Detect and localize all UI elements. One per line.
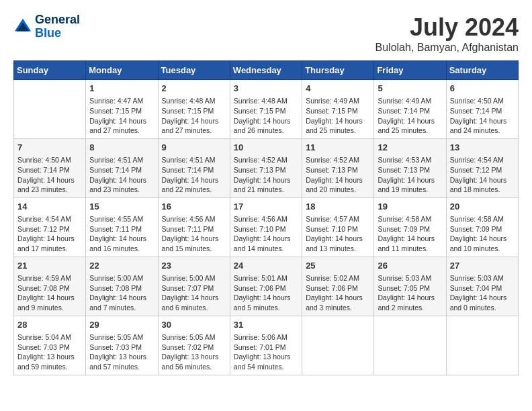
day-info: Sunrise: 4:57 AM xyxy=(306,214,370,224)
day-number: 23 xyxy=(162,260,226,272)
page-header: General Blue July 2024 Bulolah, Bamyan, … xyxy=(13,13,519,54)
day-info: Sunset: 7:08 PM xyxy=(17,283,82,293)
day-info: Daylight: 14 hours xyxy=(89,293,154,303)
calendar-cell: 1Sunrise: 4:47 AMSunset: 7:15 PMDaylight… xyxy=(86,80,158,139)
week-row: 7Sunrise: 4:50 AMSunset: 7:14 PMDaylight… xyxy=(14,138,519,197)
day-info: Sunset: 7:05 PM xyxy=(378,283,442,293)
day-info: and 20 minutes. xyxy=(306,185,370,195)
week-row: 1Sunrise: 4:47 AMSunset: 7:15 PMDaylight… xyxy=(14,80,519,139)
week-row: 28Sunrise: 5:04 AMSunset: 7:03 PMDayligh… xyxy=(14,316,519,375)
header-friday: Friday xyxy=(374,61,446,80)
day-info: Sunset: 7:02 PM xyxy=(162,342,226,353)
calendar-cell: 8Sunrise: 4:51 AMSunset: 7:14 PMDaylight… xyxy=(86,138,158,197)
day-info: and 10 minutes. xyxy=(450,244,515,254)
day-info: Sunrise: 4:51 AM xyxy=(89,155,154,165)
day-info: Sunrise: 4:50 AM xyxy=(450,96,515,106)
day-number: 1 xyxy=(89,83,154,95)
day-info: Sunrise: 4:52 AM xyxy=(234,155,298,165)
calendar-cell: 10Sunrise: 4:52 AMSunset: 7:13 PMDayligh… xyxy=(230,138,302,197)
day-info: Daylight: 14 hours xyxy=(234,116,298,126)
calendar-cell: 16Sunrise: 4:56 AMSunset: 7:11 PMDayligh… xyxy=(158,197,230,257)
day-number: 18 xyxy=(306,201,370,213)
day-info: and 5 minutes. xyxy=(234,303,298,313)
day-info: Sunset: 7:03 PM xyxy=(17,342,82,353)
day-info: Sunset: 7:08 PM xyxy=(89,283,154,293)
day-info: Sunset: 7:09 PM xyxy=(450,224,515,234)
day-info: and 7 minutes. xyxy=(89,303,154,313)
day-info: Sunrise: 4:52 AM xyxy=(306,155,370,165)
header-thursday: Thursday xyxy=(302,61,374,80)
day-info: Sunset: 7:06 PM xyxy=(306,283,370,293)
day-number: 29 xyxy=(89,319,154,331)
day-info: Sunset: 7:10 PM xyxy=(306,224,370,234)
day-info: Sunset: 7:04 PM xyxy=(450,283,515,293)
day-info: Daylight: 13 hours xyxy=(162,352,226,362)
header-saturday: Saturday xyxy=(446,61,518,80)
day-info: and 21 minutes. xyxy=(234,185,298,195)
day-info: Sunrise: 5:02 AM xyxy=(306,273,370,283)
calendar-cell: 4Sunrise: 4:49 AMSunset: 7:15 PMDaylight… xyxy=(302,80,374,139)
day-info: Sunrise: 5:01 AM xyxy=(234,273,298,283)
day-info: Sunrise: 5:00 AM xyxy=(89,273,154,283)
day-info: Sunset: 7:10 PM xyxy=(234,224,298,234)
day-info: Daylight: 14 hours xyxy=(378,116,442,126)
day-info: Sunset: 7:14 PM xyxy=(162,165,226,175)
day-number: 27 xyxy=(450,260,515,272)
day-info: Sunrise: 4:48 AM xyxy=(162,96,226,106)
day-number: 21 xyxy=(17,260,82,272)
day-info: Sunset: 7:15 PM xyxy=(306,106,370,116)
calendar-cell: 7Sunrise: 4:50 AMSunset: 7:14 PMDaylight… xyxy=(14,138,86,197)
day-info: Daylight: 13 hours xyxy=(17,352,82,362)
day-info: Sunrise: 4:49 AM xyxy=(378,96,442,106)
day-info: Sunrise: 4:59 AM xyxy=(17,273,82,283)
day-info: and 13 minutes. xyxy=(306,244,370,254)
day-info: Sunset: 7:14 PM xyxy=(378,106,442,116)
calendar-cell: 14Sunrise: 4:54 AMSunset: 7:12 PMDayligh… xyxy=(14,197,86,257)
day-info: and 0 minutes. xyxy=(450,303,515,313)
calendar-cell: 5Sunrise: 4:49 AMSunset: 7:14 PMDaylight… xyxy=(374,80,446,139)
day-info: Sunrise: 4:55 AM xyxy=(89,214,154,224)
day-info: and 11 minutes. xyxy=(378,244,442,254)
calendar-cell: 21Sunrise: 4:59 AMSunset: 7:08 PMDayligh… xyxy=(14,257,86,316)
calendar-cell: 13Sunrise: 4:54 AMSunset: 7:12 PMDayligh… xyxy=(446,138,518,197)
calendar-cell: 26Sunrise: 5:03 AMSunset: 7:05 PMDayligh… xyxy=(374,257,446,316)
calendar-cell: 15Sunrise: 4:55 AMSunset: 7:11 PMDayligh… xyxy=(86,197,158,257)
day-info: Daylight: 14 hours xyxy=(234,234,298,244)
day-number: 24 xyxy=(234,260,298,272)
day-number: 30 xyxy=(162,319,226,331)
day-number: 10 xyxy=(234,142,298,154)
day-info: Daylight: 14 hours xyxy=(234,293,298,303)
day-number: 13 xyxy=(450,142,515,154)
day-info: Sunset: 7:12 PM xyxy=(450,165,515,175)
day-info: Daylight: 14 hours xyxy=(450,293,515,303)
day-info: and 27 minutes. xyxy=(162,126,226,136)
day-info: Sunrise: 5:04 AM xyxy=(17,332,82,342)
day-info: and 14 minutes. xyxy=(234,244,298,254)
calendar-cell: 3Sunrise: 4:48 AMSunset: 7:15 PMDaylight… xyxy=(230,80,302,139)
calendar-cell xyxy=(14,80,86,139)
day-info: Sunset: 7:14 PM xyxy=(450,106,515,116)
day-number: 28 xyxy=(17,319,82,331)
day-number: 16 xyxy=(162,201,226,213)
day-info: Sunrise: 4:53 AM xyxy=(378,155,442,165)
day-info: and 57 minutes. xyxy=(89,362,154,372)
day-info: and 23 minutes. xyxy=(89,185,154,195)
day-info: Daylight: 14 hours xyxy=(162,293,226,303)
day-info: Daylight: 14 hours xyxy=(450,116,515,126)
header-wednesday: Wednesday xyxy=(230,61,302,80)
day-info: Sunrise: 4:58 AM xyxy=(450,214,515,224)
day-info: Sunset: 7:07 PM xyxy=(162,283,226,293)
day-info: and 3 minutes. xyxy=(306,303,370,313)
day-info: and 22 minutes. xyxy=(162,185,226,195)
calendar-cell: 27Sunrise: 5:03 AMSunset: 7:04 PMDayligh… xyxy=(446,257,518,316)
day-info: Daylight: 13 hours xyxy=(89,352,154,362)
day-info: Daylight: 14 hours xyxy=(306,116,370,126)
day-number: 5 xyxy=(378,83,442,95)
calendar-cell: 20Sunrise: 4:58 AMSunset: 7:09 PMDayligh… xyxy=(446,197,518,257)
day-info: Sunset: 7:13 PM xyxy=(234,165,298,175)
day-info: Sunrise: 5:00 AM xyxy=(162,273,226,283)
day-info: Sunset: 7:15 PM xyxy=(234,106,298,116)
calendar-cell: 12Sunrise: 4:53 AMSunset: 7:13 PMDayligh… xyxy=(374,138,446,197)
day-number: 7 xyxy=(17,142,82,154)
day-info: Sunrise: 4:56 AM xyxy=(234,214,298,224)
